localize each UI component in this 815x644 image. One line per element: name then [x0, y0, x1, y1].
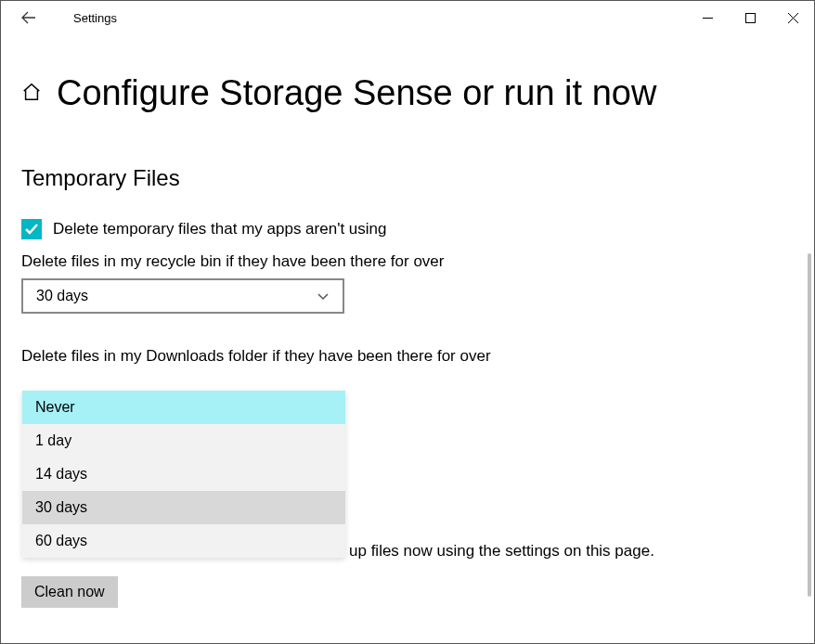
maximize-icon	[745, 13, 756, 23]
svg-rect-0	[745, 13, 755, 22]
page-header: Configure Storage Sense or run it now	[21, 73, 794, 113]
back-arrow-icon	[21, 10, 36, 25]
dropdown-option[interactable]: 60 days	[22, 524, 345, 558]
titlebar: Settings	[1, 1, 814, 34]
recycle-bin-dropdown[interactable]: 30 days	[21, 278, 344, 314]
minimize-button[interactable]	[686, 1, 729, 34]
scrollbar[interactable]	[808, 253, 811, 597]
dropdown-option[interactable]: 1 day	[22, 424, 345, 457]
close-icon	[788, 13, 798, 23]
close-button[interactable]	[771, 1, 814, 34]
back-button[interactable]	[10, 1, 47, 34]
window-controls	[686, 1, 814, 34]
minimize-icon	[703, 13, 713, 23]
clean-now-button[interactable]: Clean now	[21, 576, 118, 608]
downloads-label: Delete files in my Downloads folder if t…	[21, 347, 794, 366]
checkbox-delete-temp[interactable]: Delete temporary files that my apps aren…	[21, 219, 794, 239]
page-title: Configure Storage Sense or run it now	[57, 73, 656, 113]
chevron-down-icon	[317, 290, 330, 303]
checkbox-box[interactable]	[21, 219, 42, 239]
section-heading: Temporary Files	[21, 165, 794, 191]
dropdown-option[interactable]: 14 days	[22, 457, 345, 491]
free-up-text-partial: up files now using the settings on this …	[349, 542, 654, 560]
content-area: Configure Storage Sense or run it now Te…	[1, 34, 814, 366]
checkbox-label: Delete temporary files that my apps aren…	[53, 220, 386, 238]
recycle-bin-value: 30 days	[36, 288, 88, 304]
checkmark-icon	[24, 222, 39, 237]
dropdown-option[interactable]: Never	[22, 391, 345, 424]
dropdown-option[interactable]: 30 days	[22, 491, 345, 524]
home-icon[interactable]	[21, 82, 42, 106]
maximize-button[interactable]	[729, 1, 771, 34]
recycle-bin-label: Delete files in my recycle bin if they h…	[21, 252, 794, 271]
downloads-dropdown-list[interactable]: Never1 day14 days30 days60 days	[22, 391, 345, 558]
window-title: Settings	[73, 11, 117, 25]
